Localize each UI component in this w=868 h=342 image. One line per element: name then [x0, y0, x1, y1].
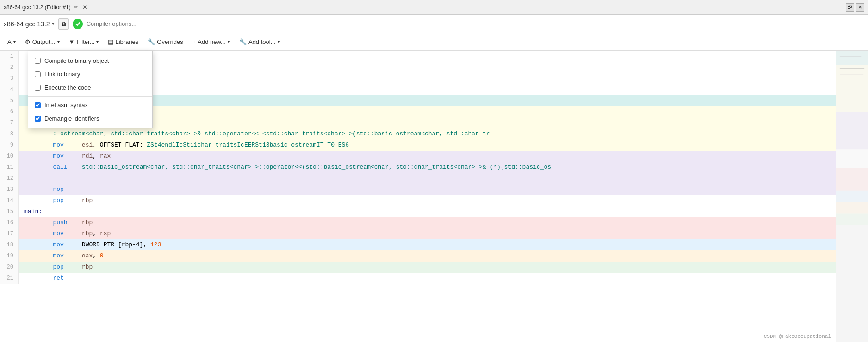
- filter-icon: ▼: [69, 38, 75, 45]
- overrides-button[interactable]: 🔧 Overrides: [144, 37, 186, 47]
- svg-rect-3: [836, 149, 868, 168]
- svg-rect-0: [836, 51, 868, 65]
- line-number: 10: [0, 151, 19, 162]
- table-row: 11 call std::basic_ostream<char, std::ch…: [0, 162, 868, 173]
- dropdown-item-intel[interactable]: Intel asm syntax: [28, 98, 152, 112]
- line-number: 9: [0, 140, 19, 151]
- compiler-selector[interactable]: x86-64 gcc 13.2 ▾: [4, 20, 55, 28]
- output-dropdown: Compile to binary object Link to binary …: [28, 51, 153, 128]
- line-content: mov rbp, rsp: [19, 228, 868, 239]
- table-row: 16 push rbp: [0, 217, 868, 228]
- line-content: main:: [19, 206, 868, 217]
- compiler-caret-icon: ▾: [52, 21, 55, 27]
- add-tool-button[interactable]: 🔧 Add tool... ▾: [236, 37, 284, 47]
- libraries-label: Libraries: [115, 38, 138, 45]
- libraries-button[interactable]: ▤ Libraries: [104, 37, 142, 47]
- link-checkbox[interactable]: [35, 71, 41, 77]
- add-new-caret-icon: ▾: [228, 39, 230, 44]
- table-row: 17 mov rbp, rsp: [0, 228, 868, 239]
- add-new-label: Add new...: [198, 38, 226, 45]
- close-button[interactable]: ✕: [856, 3, 864, 12]
- line-content: mov DWORD PTR [rbp-4], 123: [19, 239, 868, 250]
- table-row: 9 mov esi, OFFSET FLAT:_ZSt4endlIcSt11ch…: [0, 140, 868, 151]
- open-compiler-button[interactable]: ⧉: [58, 18, 69, 30]
- line-number: 20: [0, 262, 19, 273]
- font-button[interactable]: A ▾: [4, 37, 19, 47]
- table-row: 10 mov rdi, rax: [0, 151, 868, 162]
- link-label: Link to binary: [44, 71, 80, 78]
- filter-button[interactable]: ▼ Filter... ▾: [65, 37, 103, 47]
- line-number: 11: [0, 162, 19, 173]
- gear-icon: ⚙: [25, 38, 31, 45]
- dropdown-item-link[interactable]: Link to binary: [28, 67, 152, 81]
- execute-label: Execute the code: [44, 84, 91, 91]
- table-row: 15 main:: [0, 206, 868, 217]
- font-label: A: [7, 38, 12, 45]
- svg-rect-6: [836, 202, 868, 213]
- line-content: :_ostream<char, std::char_traits<char> >…: [19, 128, 868, 140]
- minimap: [836, 51, 868, 342]
- svg-rect-4: [836, 168, 868, 191]
- table-row: 12: [0, 173, 868, 184]
- filter-label: Filter...: [76, 38, 94, 45]
- check-icon: [75, 21, 81, 27]
- dropdown-divider: [28, 96, 152, 97]
- line-number: 8: [0, 128, 19, 140]
- output-caret-icon: ▾: [57, 39, 60, 44]
- svg-rect-5: [836, 191, 868, 202]
- compile-checkbox[interactable]: [35, 58, 41, 64]
- title-bar: x86-64 gcc 13.2 (Editor #1) ✏ ✕ 🗗 ✕: [0, 0, 868, 15]
- edit-icon[interactable]: ✏: [74, 4, 78, 10]
- line-number: 17: [0, 228, 19, 239]
- svg-rect-1: [836, 65, 868, 112]
- font-caret-icon: ▾: [13, 39, 16, 44]
- line-content: push rbp: [19, 217, 868, 228]
- line-number: 1: [0, 51, 19, 62]
- intel-checkbox[interactable]: [35, 102, 41, 108]
- compiler-name: x86-64 gcc 13.2: [4, 20, 50, 28]
- line-content: mov esi, OFFSET FLAT:_ZSt4endlIcSt11char…: [19, 140, 868, 151]
- line-content: nop: [19, 184, 868, 195]
- add-tool-caret-icon: ▾: [278, 39, 280, 44]
- compile-label: Compile to binary object: [44, 57, 109, 64]
- window-controls: 🗗 ✕: [846, 3, 864, 12]
- line-number: 7: [0, 117, 19, 128]
- line-content: ret: [19, 273, 868, 284]
- toolbar: A ▾ ⚙ Output... ▾ ▼ Filter... ▾ ▤ Librar…: [0, 33, 868, 51]
- line-number: 4: [0, 84, 19, 95]
- compiler-options-input[interactable]: [87, 20, 864, 27]
- line-content: mov eax, 0: [19, 250, 868, 262]
- title-bar-text: x86-64 gcc 13.2 (Editor #1): [4, 4, 71, 11]
- line-number: 3: [0, 73, 19, 84]
- line-number: 16: [0, 217, 19, 228]
- output-label: Output...: [32, 38, 56, 45]
- line-content: mov rdi, rax: [19, 151, 868, 162]
- line-number: 12: [0, 173, 19, 184]
- line-number: 21: [0, 273, 19, 284]
- line-number: 13: [0, 184, 19, 195]
- execute-checkbox[interactable]: [35, 85, 41, 91]
- tab-close-icon[interactable]: ✕: [82, 4, 87, 11]
- line-content: call std::basic_ostream<char, std::char_…: [19, 162, 868, 173]
- line-number: 2: [0, 62, 19, 73]
- status-text: CSDN @FakeOccupational: [764, 334, 831, 339]
- wrench-icon: 🔧: [148, 38, 155, 45]
- table-row: 20 pop rbp: [0, 262, 868, 273]
- demangle-checkbox[interactable]: [35, 116, 41, 122]
- table-row: 21 ret: [0, 273, 868, 284]
- svg-rect-7: [836, 214, 868, 225]
- dropdown-item-compile[interactable]: Compile to binary object: [28, 54, 152, 67]
- restore-button[interactable]: 🗗: [846, 3, 854, 12]
- dropdown-item-demangle[interactable]: Demangle identifiers: [28, 112, 152, 125]
- minimap-svg: [836, 51, 868, 342]
- output-button[interactable]: ⚙ Output... ▾: [21, 37, 63, 47]
- demangle-label: Demangle identifiers: [44, 115, 99, 122]
- plus-icon: +: [192, 38, 196, 45]
- table-row: 14 pop rbp: [0, 195, 868, 206]
- line-number: 14: [0, 195, 19, 206]
- intel-label: Intel asm syntax: [44, 102, 88, 109]
- dropdown-item-execute[interactable]: Execute the code: [28, 81, 152, 94]
- compile-status-icon[interactable]: [73, 19, 83, 29]
- add-new-button[interactable]: + Add new... ▾: [189, 37, 234, 47]
- table-row: 19 mov eax, 0: [0, 250, 868, 262]
